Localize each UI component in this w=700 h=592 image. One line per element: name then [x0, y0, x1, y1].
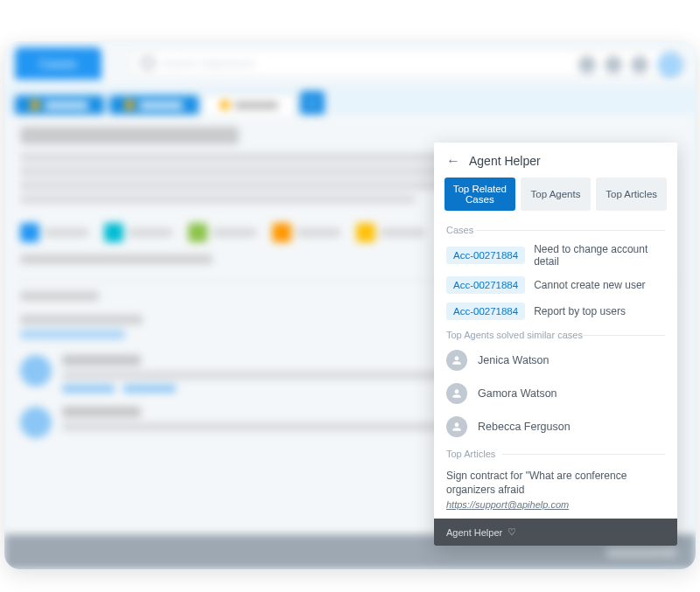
action-file[interactable] [356, 223, 424, 242]
agent-item[interactable]: Gamora Watson [434, 377, 677, 410]
action-change[interactable] [272, 223, 340, 242]
feed-comment [62, 371, 494, 380]
post-icon [20, 223, 39, 242]
section-label-articles: Top Articles [434, 445, 677, 463]
case-title [20, 127, 239, 144]
article-title-text: Sign contract for "What are conference o… [446, 470, 665, 497]
filter-label [20, 315, 143, 324]
instruction-text [20, 254, 213, 264]
feed-username[interactable] [62, 355, 141, 366]
section-label-cases: Cases [434, 221, 677, 239]
tab-status-icon [125, 101, 134, 109]
change-icon [272, 223, 291, 242]
feed-username[interactable] [62, 407, 141, 417]
tab-top-agents[interactable]: Top Agents [521, 178, 592, 211]
action-log[interactable] [104, 223, 172, 242]
panel-header: ← Agent Helper [434, 143, 677, 178]
case-title-text: Need to change account detail [534, 243, 665, 268]
tab-status-icon [31, 101, 39, 109]
user-avatar-icon[interactable] [20, 407, 52, 438]
agent-item[interactable]: Rebecca Ferguson [434, 410, 677, 443]
agent-helper-panel: ← Agent Helper Top Related Cases Top Age… [434, 143, 677, 546]
feed-action-link[interactable] [62, 385, 115, 393]
tab-top-related-cases[interactable]: Top Related Cases [444, 178, 515, 211]
community-icon [188, 223, 207, 242]
article-item[interactable]: Sign contract for "What are conference o… [434, 463, 677, 519]
header-icon-3[interactable] [631, 56, 648, 73]
case-id-pill[interactable]: Acc-00271884 [446, 276, 525, 294]
person-icon [446, 383, 467, 404]
header-icon-tray [578, 52, 683, 78]
panel-tab-row: Top Related Cases Top Agents Top Article… [434, 178, 677, 219]
action-post[interactable] [20, 223, 88, 242]
case-title-text: Report by top users [534, 305, 626, 317]
record-tab-1[interactable] [15, 95, 104, 115]
add-tab-button[interactable]: + [300, 91, 325, 115]
case-description-line [20, 195, 416, 204]
header-icon-2[interactable] [605, 56, 622, 73]
app-frame: Cases Search Salesforce + [4, 41, 696, 569]
record-tabs: + [4, 85, 696, 115]
tab-top-articles[interactable]: Top Articles [596, 178, 667, 211]
case-item[interactable]: Acc-00271884 Cannot create new user [434, 272, 677, 298]
record-tab-2[interactable] [109, 95, 199, 115]
header-avatar-icon[interactable] [657, 52, 683, 78]
person-icon [446, 350, 467, 371]
panel-title: Agent Helper [469, 154, 541, 168]
user-avatar-icon[interactable] [20, 355, 52, 387]
case-item[interactable]: Acc-00271884 Need to change account deta… [434, 239, 677, 272]
footer-button[interactable] [606, 547, 676, 557]
section-heading [20, 291, 99, 301]
action-community[interactable] [188, 223, 256, 242]
agent-name-text: Rebecca Ferguson [478, 421, 570, 433]
agent-item[interactable]: Jenica Watson [434, 344, 677, 377]
back-arrow-icon[interactable]: ← [446, 153, 460, 169]
person-icon [446, 416, 467, 437]
case-title-text: Cannot create new user [534, 279, 645, 291]
case-id-pill[interactable]: Acc-00271884 [446, 303, 525, 320]
heart-icon[interactable]: ♡ [508, 526, 516, 538]
sort-link[interactable] [20, 330, 125, 339]
agent-name-text: Gamora Watson [478, 387, 557, 400]
feed-action-link[interactable] [123, 385, 176, 393]
main-tab-cases[interactable]: Cases [15, 47, 102, 80]
section-label-agents: Top Agents solved similar cases [434, 326, 677, 344]
record-tab-active[interactable] [204, 94, 295, 115]
agent-name-text: Jenica Watson [478, 354, 550, 366]
log-icon [104, 223, 123, 242]
case-item[interactable]: Acc-00271884 Report by top users [434, 298, 677, 324]
header-icon-1[interactable] [578, 56, 596, 73]
case-id-pill[interactable]: Acc-00271884 [446, 247, 525, 264]
panel-footer-label: Agent Helper [446, 527, 502, 538]
panel-footer: Agent Helper ♡ [434, 519, 677, 546]
tab-status-icon [220, 101, 229, 109]
file-icon [356, 223, 375, 242]
search-placeholder: Search Salesforce [162, 57, 255, 70]
article-link[interactable]: https://support@apihelp.com [446, 499, 665, 510]
